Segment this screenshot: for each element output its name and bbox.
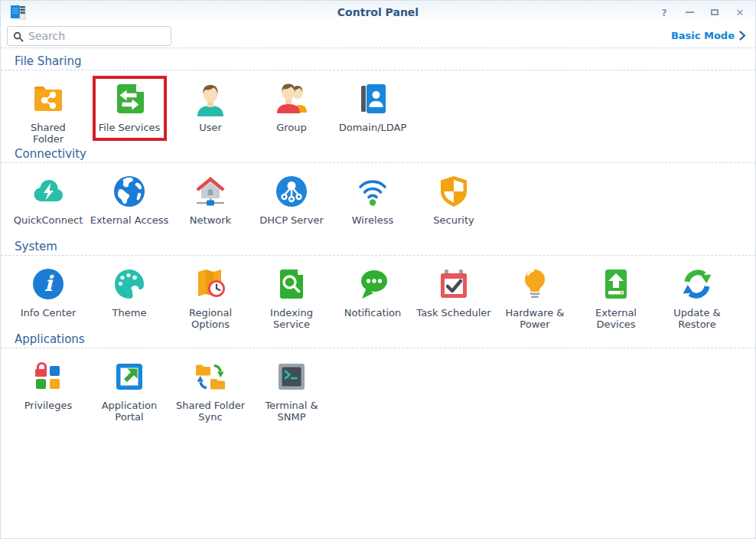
external-devices-icon [598, 266, 634, 302]
app-item-task-scheduler[interactable]: Task Scheduler [413, 266, 494, 333]
quickconnect-icon [30, 173, 67, 210]
app-item-label: File Services [99, 122, 161, 133]
app-item-label: Task Scheduler [416, 307, 490, 318]
app-item-label: Wireless [352, 214, 393, 226]
app-item-label: Domain/LDAP [339, 122, 407, 133]
section-title: System [1, 240, 755, 256]
external-access-icon [111, 173, 148, 210]
terminal-snmp-icon [273, 358, 310, 395]
indexing-service-icon [273, 266, 310, 302]
control-panel-grid: File Sharing Shared Folder [1, 48, 755, 426]
app-item-label: External Devices [595, 307, 637, 330]
domain-ldap-icon [354, 80, 391, 117]
control-panel-window: Control Panel ? ✕ Basic Mode [0, 0, 756, 539]
regional-options-icon [192, 266, 229, 302]
section-title: Connectivity [1, 148, 755, 163]
app-item-info-center[interactable]: i Info Center [8, 266, 89, 333]
app-item-label: Application Portal [102, 400, 158, 423]
chevron-right-icon [739, 31, 746, 41]
app-item-shared-folder-sync[interactable]: Shared Folder Sync [170, 358, 251, 426]
app-item-network[interactable]: Network [170, 173, 251, 240]
hardware-power-icon [516, 266, 553, 302]
minimize-button[interactable] [683, 6, 696, 18]
app-item-shared-folder[interactable]: Shared Folder [8, 80, 89, 148]
app-item-label: Shared Folder Sync [176, 400, 245, 423]
app-item-label: Regional Options [189, 307, 232, 330]
dhcp-server-icon [273, 173, 310, 210]
app-item-user[interactable]: User [170, 80, 251, 148]
app-item-application-portal[interactable]: Application Portal [89, 358, 170, 426]
app-item-wireless[interactable]: Wireless [332, 173, 413, 240]
minimize-icon [686, 11, 694, 13]
app-item-label: Group [276, 122, 307, 133]
wireless-icon [354, 173, 391, 210]
app-item-label: User [199, 122, 222, 133]
help-icon: ? [661, 7, 667, 18]
app-item-label: Security [433, 214, 474, 226]
app-item-label: Indexing Service [270, 307, 313, 330]
app-item-security[interactable]: Security [413, 173, 494, 240]
shared-folder-icon [30, 80, 67, 117]
app-item-quickconnect[interactable]: QuickConnect [8, 173, 89, 240]
app-item-external-devices[interactable]: External Devices [575, 266, 657, 333]
app-item-external-access[interactable]: External Access [89, 173, 170, 240]
update-restore-icon [679, 266, 715, 302]
search-input[interactable] [7, 26, 171, 46]
task-scheduler-icon [435, 266, 472, 302]
app-item-group[interactable]: Group [251, 80, 332, 148]
section-title: File Sharing [1, 55, 755, 70]
section-title: Applications [1, 333, 755, 348]
search-icon [13, 31, 24, 45]
group-icon [273, 80, 310, 117]
user-icon [192, 80, 229, 117]
maximize-icon [711, 9, 719, 15]
app-item-label: DHCP Server [259, 214, 323, 226]
basic-mode-label: Basic Mode [671, 30, 735, 41]
notification-icon [354, 266, 391, 302]
app-item-file-services[interactable]: File Services [89, 80, 170, 148]
app-item-terminal-snmp[interactable]: Terminal & SNMP [251, 358, 332, 426]
basic-mode-link[interactable]: Basic Mode [671, 30, 746, 41]
app-item-indexing-service[interactable]: Indexing Service [251, 266, 332, 333]
info-center-icon: i [30, 266, 67, 302]
security-icon [435, 173, 472, 210]
app-item-hardware-power[interactable]: Hardware & Power [494, 266, 575, 333]
privileges-icon [30, 358, 67, 395]
section-applications: Applications Privileges [1, 333, 755, 426]
app-item-label: Update & Restore [673, 307, 720, 330]
help-button[interactable]: ? [658, 6, 670, 18]
maximize-button[interactable] [709, 6, 721, 18]
application-portal-icon [111, 358, 148, 395]
toolbar: Basic Mode [1, 24, 755, 48]
app-item-label: Hardware & Power [505, 307, 564, 330]
control-panel-app-icon [8, 3, 27, 21]
app-item-notification[interactable]: Notification [332, 266, 413, 333]
search-box [7, 26, 171, 46]
theme-icon [111, 266, 148, 302]
section-connectivity: Connectivity QuickConnect [1, 148, 755, 240]
app-item-label: QuickConnect [14, 214, 83, 226]
app-item-label: Info Center [21, 307, 77, 318]
app-item-label: Privileges [24, 400, 73, 411]
section-system: System i Info Center [1, 240, 755, 333]
app-item-domain-ldap[interactable]: Domain/LDAP [332, 80, 413, 148]
app-item-label: Notification [344, 307, 402, 318]
app-item-label: External Access [90, 214, 169, 226]
app-item-regional-options[interactable]: Regional Options [170, 266, 251, 333]
close-icon: ✕ [736, 7, 745, 18]
app-item-dhcp-server[interactable]: DHCP Server [251, 173, 332, 240]
app-item-update-restore[interactable]: Update & Restore [657, 266, 738, 333]
file-services-icon [111, 80, 148, 117]
network-icon [192, 173, 229, 210]
app-item-label: Network [190, 214, 231, 226]
app-item-privileges[interactable]: Privileges [8, 358, 89, 426]
page-title: Control Panel [1, 6, 755, 18]
app-item-label: Terminal & SNMP [265, 400, 318, 423]
title-bar: Control Panel ? ✕ [1, 1, 755, 24]
close-button[interactable]: ✕ [734, 6, 746, 18]
app-item-theme[interactable]: Theme [89, 266, 170, 333]
app-item-label: Theme [112, 307, 147, 318]
shared-folder-sync-icon [192, 358, 229, 395]
app-item-label: Shared Folder [31, 122, 66, 145]
section-file-sharing: File Sharing Shared Folder [1, 55, 755, 148]
